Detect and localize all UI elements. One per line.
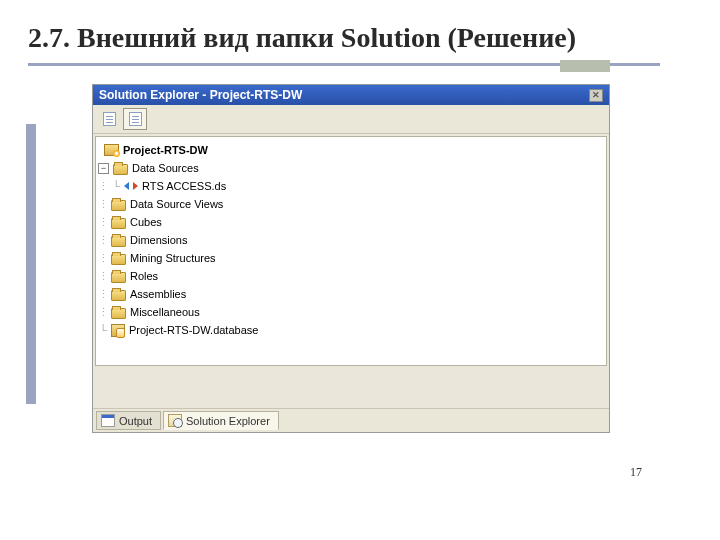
collapse-icon[interactable]: −	[98, 163, 109, 174]
folder-icon	[111, 218, 126, 229]
show-all-icon	[129, 112, 142, 126]
tree-node-dimensions[interactable]: ⋮ Dimensions	[98, 231, 604, 249]
toolbar	[93, 105, 609, 134]
project-icon	[104, 144, 119, 156]
tree-label: Cubes	[130, 216, 162, 228]
panel-gap	[93, 368, 609, 408]
folder-icon	[111, 236, 126, 247]
folder-icon	[111, 254, 126, 265]
folder-icon	[111, 272, 126, 283]
window-titlebar[interactable]: Solution Explorer - Project-RTS-DW ✕	[93, 85, 609, 105]
folder-icon	[113, 164, 128, 175]
tab-label: Output	[119, 415, 152, 427]
output-icon	[101, 414, 115, 427]
slide-title: 2.7. Внешний вид папки Solution (Решение…	[28, 20, 660, 55]
tree-label: Miscellaneous	[130, 306, 200, 318]
tree-node-data-sources[interactable]: − Data Sources	[98, 159, 604, 177]
tree-node-miscellaneous[interactable]: ⋮ Miscellaneous	[98, 303, 604, 321]
folder-icon	[111, 200, 126, 211]
window-title: Solution Explorer - Project-RTS-DW	[99, 88, 302, 102]
sidebar-accent-bar	[26, 124, 36, 404]
page-number: 17	[630, 465, 642, 480]
folder-icon	[111, 308, 126, 319]
footer-tabs: Output Solution Explorer	[93, 408, 609, 432]
tree-node-mining-structures[interactable]: ⋮ Mining Structures	[98, 249, 604, 267]
tree-node-cubes[interactable]: ⋮ Cubes	[98, 213, 604, 231]
tree-node-roles[interactable]: ⋮ Roles	[98, 267, 604, 285]
tree-label: Roles	[130, 270, 158, 282]
datasource-icon	[124, 179, 138, 193]
tree-label: Mining Structures	[130, 252, 216, 264]
solution-explorer-window: Solution Explorer - Project-RTS-DW ✕ Pro…	[92, 84, 610, 433]
close-icon[interactable]: ✕	[589, 89, 603, 102]
tree-root[interactable]: Project-RTS-DW	[98, 141, 604, 159]
tree-label: Data Source Views	[130, 198, 223, 210]
tree-leaf-rts-access[interactable]: ⋮ └ RTS ACCESS.ds	[98, 177, 604, 195]
title-accent	[560, 60, 610, 72]
slide: 2.7. Внешний вид папки Solution (Решение…	[0, 0, 720, 540]
toolbar-properties-button[interactable]	[97, 108, 121, 130]
tab-output[interactable]: Output	[96, 411, 161, 430]
tree-label: RTS ACCESS.ds	[142, 180, 226, 192]
toolbar-show-all-button[interactable]	[123, 108, 147, 130]
properties-icon	[103, 112, 116, 126]
title-underline	[28, 63, 660, 66]
database-file-icon	[111, 324, 125, 337]
tree-node-assemblies[interactable]: ⋮ Assemblies	[98, 285, 604, 303]
tree-root-label: Project-RTS-DW	[123, 144, 208, 156]
tree-label: Dimensions	[130, 234, 187, 246]
tree-node-data-source-views[interactable]: ⋮ Data Source Views	[98, 195, 604, 213]
folder-icon	[111, 290, 126, 301]
tree-leaf-database[interactable]: └ Project-RTS-DW.database	[98, 321, 604, 339]
tree-label: Assemblies	[130, 288, 186, 300]
solution-explorer-icon	[168, 414, 182, 427]
tab-label: Solution Explorer	[186, 415, 270, 427]
tab-solution-explorer[interactable]: Solution Explorer	[163, 411, 279, 430]
tree-label: Project-RTS-DW.database	[129, 324, 258, 336]
tree-label: Data Sources	[132, 162, 199, 174]
tree-view[interactable]: Project-RTS-DW − Data Sources ⋮ └ RTS AC…	[95, 136, 607, 366]
